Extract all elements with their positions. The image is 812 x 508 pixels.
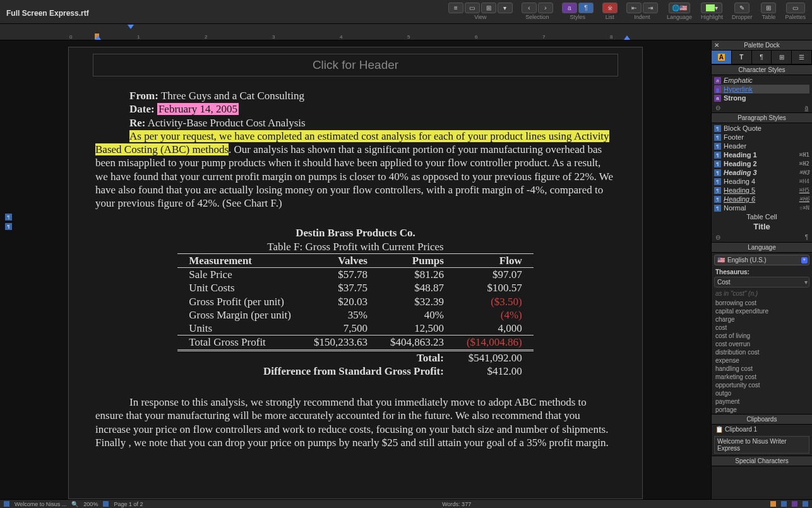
table-diff-row: Difference from Standard Gross Profit: $… [177, 365, 533, 378]
thesaurus-entry[interactable]: cost [715, 324, 808, 332]
header-placeholder[interactable]: Click for Header [93, 54, 618, 76]
view-dropdown-button[interactable]: ▾ [498, 3, 513, 13]
style-table-cell[interactable]: ¶Table Cell [714, 212, 809, 221]
view-thumbs-button[interactable]: ⊞ [481, 3, 496, 13]
dropper-group: ✎ Dropper [732, 3, 753, 20]
zoom-level[interactable]: 200% [83, 501, 98, 507]
para-style-menu-icon[interactable]: ¶ [805, 234, 808, 241]
style-h5[interactable]: ¶Heading 5⌘H5 [714, 186, 809, 195]
style-h4[interactable]: ¶Heading 4⌘H4 [714, 177, 809, 186]
thesaurus-entry[interactable]: marketing cost [715, 373, 808, 381]
thesaurus-entry[interactable]: cost of living [715, 332, 808, 340]
dock-tab-char[interactable]: A [712, 51, 732, 64]
highlight-button[interactable]: ✎▾ [701, 3, 722, 13]
dock-header: ✕ Palette Dock [712, 40, 812, 51]
special-chars-head: Special Characters [712, 456, 812, 466]
dock-tab-para[interactable]: ¶ [752, 51, 772, 64]
thesaurus-entry[interactable]: portage [715, 406, 808, 414]
view-draft-button[interactable]: ≡ [448, 3, 463, 13]
selection-next-button[interactable]: › [538, 3, 553, 13]
diff-value: $412.00 [455, 365, 534, 378]
palettes-button[interactable]: ▭ [786, 3, 805, 13]
style-strong[interactable]: aStrong [714, 94, 809, 102]
thesaurus-input[interactable]: Cost ▾ [714, 277, 809, 287]
styles-group: a ¶ Styles [562, 3, 594, 20]
style-h2[interactable]: ¶Heading 2⌘H2 [714, 159, 809, 168]
style-h3[interactable]: ¶Heading 3⌘H3 [714, 168, 809, 177]
style-h6[interactable]: ¶Heading 6⌘H6 [714, 195, 809, 203]
page[interactable]: Click for Header From: Three Guys and a … [68, 47, 643, 499]
thesaurus-entry[interactable]: outgo [715, 389, 808, 397]
thesaurus-entry[interactable]: handling cost [715, 365, 808, 373]
document-area[interactable]: Click for Header From: Three Guys and a … [0, 40, 711, 499]
table-company: Destin Brass Products Co. [95, 226, 616, 239]
clipboard-selector[interactable]: 📋Clipboard 1 [712, 425, 812, 434]
doc-switcher[interactable]: Welcome to Nisus ... [15, 501, 66, 507]
styles-char-button[interactable]: a [562, 3, 577, 13]
palettes-label: Palettes [785, 14, 806, 20]
table-button[interactable]: ⊞ [761, 3, 776, 13]
para2: In response to this analysis, we strongl… [95, 396, 616, 449]
view-page-button[interactable]: ▭ [465, 3, 480, 13]
ruler[interactable]: 0 1 2 3 4 5 6 7 8 [0, 24, 812, 40]
status-icon-2[interactable] [781, 501, 787, 507]
char-styles-head: Character Styles [712, 64, 812, 75]
indent-less-button[interactable]: ⇤ [626, 3, 642, 13]
remove-para-style-icon[interactable]: ⊖ [715, 234, 720, 241]
list-group: ※ List [602, 3, 618, 20]
title-bar: Full Screen Express.rtf ≡ ▭ ⊞ ▾ View ‹ ›… [0, 0, 812, 24]
profit-table: Measurement Valves Pumps Flow Sale Price… [177, 253, 533, 378]
total-label: Total: [379, 350, 455, 365]
thesaurus-entry[interactable]: payment [715, 397, 808, 406]
table-label: Table [762, 14, 776, 20]
dock-tab-doc[interactable]: ☰ [792, 51, 812, 64]
list-button[interactable]: ※ [602, 3, 618, 13]
zoom-icon[interactable]: 🔍 [71, 501, 78, 507]
status-icon-3[interactable] [792, 501, 797, 507]
clipboard-content[interactable]: Welcome to Nisus Writer Express [714, 436, 809, 454]
thesaurus-entry[interactable]: borrowing cost [715, 299, 808, 307]
language-button[interactable]: 🌐🇺🇸 [669, 3, 690, 13]
styles-para-button[interactable]: ¶ [578, 3, 594, 13]
status-icon-4[interactable] [803, 501, 808, 507]
window-title: Full Screen Express.rtf [6, 0, 89, 18]
remove-style-icon[interactable]: ⊖ [715, 104, 720, 111]
date-value: February 14, 2005 [157, 103, 239, 115]
table-row: Gross Profit (per unit) $20.03 $32.39 ($… [177, 295, 533, 308]
thesaurus-entry[interactable]: expense [715, 356, 808, 365]
thesaurus-entry[interactable]: charge [715, 315, 808, 324]
thesaurus-entry[interactable]: cost overrun [715, 340, 808, 348]
thesaurus-entry[interactable]: opportunity cost [715, 381, 808, 389]
indent-group: ⇤ ⇥ Indent [626, 3, 658, 20]
view-label: View [474, 14, 486, 20]
col-valves: Valves [302, 253, 379, 267]
from-label: From: [129, 90, 158, 102]
dropper-button[interactable]: ✎ [734, 3, 749, 13]
selection-prev-button[interactable]: ‹ [522, 3, 537, 13]
language-select[interactable]: 🇺🇸 English (U.S.) ▾ [714, 255, 809, 265]
style-title[interactable]: ¶Title [714, 221, 809, 232]
dropdown-icon: ▾ [801, 257, 808, 263]
style-emphatic[interactable]: aEmphatic [714, 76, 809, 85]
thesaurus-entry[interactable]: distribution cost [715, 348, 808, 356]
table-row: Gross Margin (per unit) 35% 40% (4%) [177, 308, 533, 322]
dock-tab-text[interactable]: T [732, 51, 752, 64]
word-count[interactable]: Words: 377 [442, 501, 471, 507]
indent-more-button[interactable]: ⇥ [643, 3, 658, 13]
close-icon[interactable]: ✕ [714, 42, 719, 49]
status-icon-1[interactable] [770, 501, 776, 507]
style-footer[interactable]: ¶Footer [714, 133, 809, 142]
highlight-label: Highlight [701, 14, 723, 20]
style-header[interactable]: ¶Header [714, 142, 809, 150]
page-indicator[interactable]: Page 1 of 2 [114, 501, 143, 507]
style-hyperlink[interactable]: aHyperlink [714, 85, 809, 94]
thesaurus-entry[interactable]: capital expenditure [715, 307, 808, 315]
para-styles-head: Paragraph Styles [712, 112, 812, 123]
char-style-menu-icon[interactable]: a [804, 104, 808, 111]
view-group: ≡ ▭ ⊞ ▾ View [448, 3, 513, 20]
style-h1[interactable]: ¶Heading 1⌘H1 [714, 150, 809, 159]
palette-dock: ✕ Palette Dock A T ¶ ⊞ ☰ Character Style… [711, 40, 812, 499]
dock-tab-table[interactable]: ⊞ [772, 51, 792, 64]
style-normal[interactable]: ¶Normal⇧⌘N [714, 203, 809, 212]
style-block-quote[interactable]: ¶Block Quote [714, 124, 809, 133]
